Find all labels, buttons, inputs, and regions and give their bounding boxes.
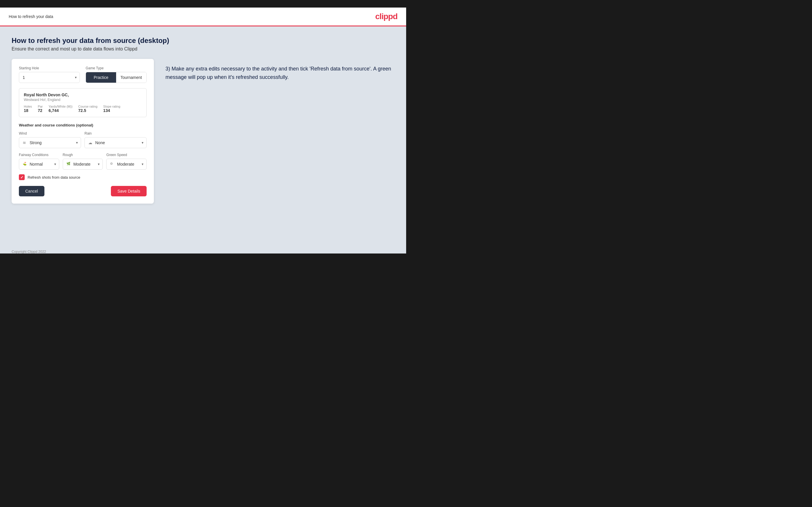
- starting-hole-select[interactable]: 1 ▾: [19, 72, 80, 83]
- content-row: Starting Hole 1 ▾ Game Type Practice Tou…: [12, 59, 395, 204]
- rain-label: Rain: [85, 131, 147, 135]
- fairway-field: Fairway Conditions Normal ▾: [19, 153, 59, 170]
- yards-stat: Yards/White (M)) 6,744: [48, 105, 72, 113]
- par-stat: Par 72: [38, 105, 43, 113]
- cancel-button[interactable]: Cancel: [19, 186, 44, 196]
- holes-label: Holes: [24, 105, 32, 108]
- fairway-display: Normal: [19, 159, 59, 169]
- holes-stat: Holes 18: [24, 105, 32, 113]
- footer: Copyright Clippd 2022: [0, 246, 406, 253]
- rough-chevron: ▾: [98, 162, 100, 166]
- game-type-col: Game Type Practice Tournament: [86, 66, 147, 83]
- top-bar: [0, 0, 406, 7]
- wind-label: Wind: [19, 131, 81, 135]
- course-rating-stat: Course rating 72.5: [79, 105, 98, 113]
- starting-hole-value: 1: [19, 72, 80, 83]
- rain-select[interactable]: None ▾: [85, 137, 147, 148]
- starting-hole-label: Starting Hole: [19, 66, 80, 70]
- fairway-chevron: ▾: [54, 162, 56, 166]
- fairway-conditions-icon: [22, 162, 27, 167]
- course-info: Royal North Devon GC, Westward Ho!, Engl…: [19, 88, 147, 117]
- logo: clippd: [375, 12, 397, 21]
- green-speed-chevron: ▾: [142, 162, 143, 166]
- fairway-label: Fairway Conditions: [19, 153, 59, 157]
- green-speed-select[interactable]: Moderate ▾: [106, 159, 147, 170]
- copyright-text: Copyright Clippd 2022: [12, 250, 46, 253]
- save-button[interactable]: Save Details: [111, 186, 147, 196]
- yards-label: Yards/White (M)): [48, 105, 72, 108]
- course-stats: Holes 18 Par 72 Yards/White (M)) 6,744 C…: [24, 105, 142, 113]
- rough-display: Moderate: [63, 159, 103, 169]
- rough-select[interactable]: Moderate ▾: [63, 159, 103, 170]
- par-value: 72: [38, 108, 43, 113]
- green-speed-field: Green Speed Moderate ▾: [106, 153, 147, 170]
- description-panel: 3) Make any extra edits necessary to the…: [165, 59, 395, 81]
- slope-rating-value: 134: [103, 108, 120, 113]
- rain-display: None: [85, 137, 146, 148]
- refresh-checkbox[interactable]: ✓: [19, 174, 25, 180]
- button-row: Cancel Save Details: [19, 186, 147, 196]
- header-title: How to refresh your data: [9, 14, 53, 19]
- course-rating-value: 72.5: [79, 108, 98, 113]
- tournament-button[interactable]: Tournament: [116, 72, 146, 83]
- starting-hole-chevron: ▾: [75, 75, 77, 79]
- refresh-label: Refresh shots from data source: [28, 175, 80, 179]
- conditions-grid-3: Fairway Conditions Normal ▾ Rough: [19, 153, 147, 170]
- practice-button[interactable]: Practice: [86, 72, 116, 83]
- course-location: Westward Ho!, England: [24, 98, 142, 102]
- rough-icon: [66, 162, 71, 167]
- game-type-label: Game Type: [86, 66, 147, 70]
- wind-select[interactable]: Strong ▾: [19, 137, 81, 148]
- starting-hole-col: Starting Hole 1 ▾: [19, 66, 80, 83]
- page-heading: How to refresh your data from source (de…: [12, 37, 395, 45]
- form-card: Starting Hole 1 ▾ Game Type Practice Tou…: [12, 59, 154, 204]
- checkmark-icon: ✓: [20, 175, 23, 179]
- description-text: 3) Make any extra edits necessary to the…: [165, 65, 395, 81]
- wind-field: Wind Strong ▾: [19, 131, 81, 148]
- fairway-select[interactable]: Normal ▾: [19, 159, 59, 170]
- course-rating-label: Course rating: [79, 105, 98, 108]
- page-subheading: Ensure the correct and most up to date d…: [12, 46, 395, 52]
- yards-value: 6,744: [48, 108, 72, 113]
- green-speed-icon: [110, 162, 115, 167]
- par-label: Par: [38, 105, 43, 108]
- holes-value: 18: [24, 108, 32, 113]
- green-speed-label: Green Speed: [106, 153, 147, 157]
- slope-rating-stat: Slope rating 134: [103, 105, 120, 113]
- rough-field: Rough Moderate ▾: [63, 153, 103, 170]
- course-name: Royal North Devon GC,: [24, 93, 142, 97]
- rain-field: Rain None ▾: [85, 131, 147, 148]
- wind-icon: [22, 140, 27, 145]
- slope-rating-label: Slope rating: [103, 105, 120, 108]
- refresh-checkbox-row: ✓ Refresh shots from data source: [19, 174, 147, 180]
- main-content: How to refresh your data from source (de…: [0, 26, 406, 246]
- rain-chevron: ▾: [142, 141, 143, 145]
- conditions-heading: Weather and course conditions (optional): [19, 123, 147, 127]
- wind-display: Strong: [19, 137, 81, 148]
- starting-hole-row: Starting Hole 1 ▾ Game Type Practice Tou…: [19, 66, 147, 83]
- game-type-toggle: Practice Tournament: [86, 72, 147, 83]
- header: How to refresh your data clippd: [0, 7, 406, 26]
- rain-icon: [88, 140, 93, 145]
- rough-label: Rough: [63, 153, 103, 157]
- conditions-grid: Wind Strong ▾ Rain None: [19, 131, 147, 148]
- green-speed-display: Moderate: [107, 159, 146, 169]
- wind-chevron: ▾: [76, 141, 78, 145]
